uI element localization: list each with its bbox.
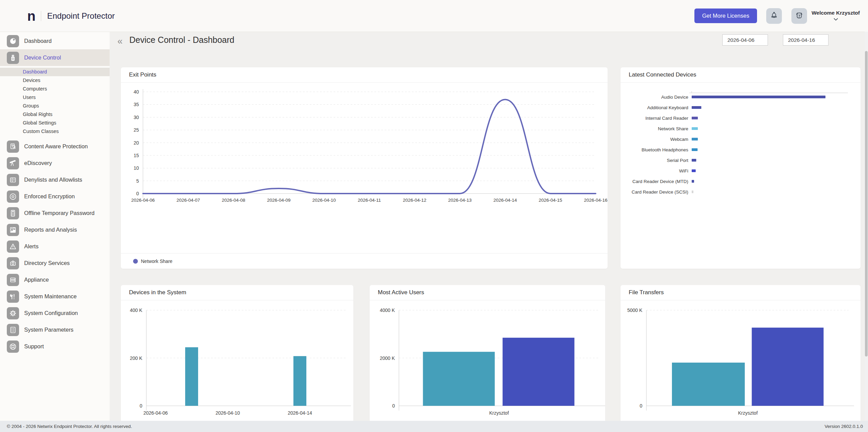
sidebar-subitem-devices[interactable]: Devices bbox=[0, 76, 110, 85]
sidebar-item-label: System Parameters bbox=[24, 327, 74, 333]
svg-text:2026-04-12: 2026-04-12 bbox=[403, 198, 426, 203]
vertical-scrollbar[interactable] bbox=[865, 32, 868, 421]
svg-text:2000 K: 2000 K bbox=[380, 355, 395, 361]
list-icon bbox=[7, 324, 19, 336]
sidebar-item-label: Offline Temporary Password bbox=[24, 210, 95, 216]
sidebar-subitem-dashboard[interactable]: Dashboard bbox=[0, 68, 110, 76]
sidebar-item-offline-temporary-password[interactable]: Offline Temporary Password bbox=[0, 205, 110, 221]
sidebar-subitem-users[interactable]: Users bbox=[0, 93, 110, 102]
svg-text:0: 0 bbox=[640, 403, 642, 409]
life-ring-icon bbox=[7, 340, 19, 353]
svg-text:Serial Port: Serial Port bbox=[667, 158, 688, 163]
svg-text:5000 K: 5000 K bbox=[627, 308, 643, 313]
svg-text:4000 K: 4000 K bbox=[380, 308, 395, 313]
window-list-icon bbox=[7, 174, 19, 186]
sidebar-item-system-maintenance[interactable]: System Maintenance bbox=[0, 288, 110, 305]
sidebar-subitem-global-settings[interactable]: Global Settings bbox=[0, 119, 110, 127]
device-control-submenu: DashboardDevicesComputersUsersGroupsGlob… bbox=[0, 66, 110, 138]
sidebar-item-label: Alerts bbox=[24, 243, 38, 250]
footer: © 2004 - 2026 Netwrix Endpoint Protector… bbox=[0, 421, 868, 432]
exit-points-panel: Exit Points 05101520253035402026-04-0620… bbox=[121, 67, 608, 269]
user-menu[interactable]: Welcome Krzysztof bbox=[811, 10, 860, 22]
version-text: Version 2602.0.1.0 bbox=[824, 424, 863, 429]
svg-text:2026-04-13: 2026-04-13 bbox=[448, 198, 471, 203]
sidebar-item-system-configuration[interactable]: System Configuration bbox=[0, 305, 110, 321]
svg-text:25: 25 bbox=[133, 127, 139, 133]
svg-text:2026-04-06: 2026-04-06 bbox=[131, 198, 155, 203]
svg-text:200 K: 200 K bbox=[130, 355, 142, 361]
sidebar-item-denylists-and-allowlists[interactable]: Denylists and Allowlists bbox=[0, 171, 110, 188]
sidebar-item-device-control[interactable]: Device Control bbox=[0, 49, 110, 66]
sidebar: DashboardDevice ControlDashboardDevicesC… bbox=[0, 32, 110, 421]
sidebar-item-directory-services[interactable]: Directory Services bbox=[0, 255, 110, 271]
most-active-users-chart: 02000 K4000 KKrzysztof bbox=[370, 300, 605, 423]
sidebar-item-label: Denylists and Allowlists bbox=[24, 177, 82, 183]
sidebar-subitem-custom-classes[interactable]: Custom Classes bbox=[0, 127, 110, 136]
svg-text:2026-04-14: 2026-04-14 bbox=[288, 410, 312, 416]
sidebar-item-label: Enforced Encryption bbox=[24, 193, 75, 200]
svg-text:0: 0 bbox=[392, 403, 395, 409]
user-face-icon bbox=[794, 11, 804, 21]
sidebar-subitem-computers[interactable]: Computers bbox=[0, 85, 110, 93]
user-menu-button[interactable] bbox=[791, 8, 807, 24]
sidebar-item-content-aware-protection[interactable]: Content Aware Protection bbox=[0, 138, 110, 155]
brand: n Endpoint Protector bbox=[27, 11, 115, 21]
sidebar-item-label: Reports and Analysis bbox=[24, 227, 77, 233]
sidebar-item-support[interactable]: Support bbox=[0, 338, 110, 355]
brand-name: Endpoint Protector bbox=[47, 11, 115, 21]
get-more-licenses-button[interactable]: Get More Licenses bbox=[694, 9, 757, 23]
tools-icon bbox=[7, 290, 19, 303]
date-from-input[interactable] bbox=[722, 34, 768, 46]
collapse-page-chevron[interactable]: « bbox=[117, 36, 123, 47]
file-transfers-chart: 05000 KKrzysztof bbox=[621, 300, 861, 423]
sidebar-item-system-parameters[interactable]: System Parameters bbox=[0, 321, 110, 338]
sidebar-item-enforced-encryption[interactable]: Enforced Encryption bbox=[0, 188, 110, 205]
sidebar-subitem-groups[interactable]: Groups bbox=[0, 102, 110, 110]
svg-text:Internal Card Reader: Internal Card Reader bbox=[645, 116, 689, 121]
most-active-users-title: Most Active Users bbox=[370, 285, 605, 300]
notifications-button[interactable] bbox=[766, 8, 782, 24]
scrollbar-thumb[interactable] bbox=[865, 51, 868, 356]
document-search-icon bbox=[7, 140, 19, 153]
sidebar-item-appliance[interactable]: Appliance bbox=[0, 271, 110, 288]
date-to-input[interactable] bbox=[783, 34, 829, 46]
sidebar-item-label: Directory Services bbox=[24, 260, 70, 266]
pie-chart-icon bbox=[7, 35, 19, 47]
sidebar-item-alerts[interactable]: Alerts bbox=[0, 238, 110, 255]
sidebar-item-label: System Configuration bbox=[24, 310, 78, 316]
latest-connected-devices-chart: Audio DeviceAdditional KeyboardInternal … bbox=[621, 83, 861, 253]
page-title: Device Control - Dashboard bbox=[129, 35, 234, 45]
devices-in-system-panel: Devices in the System 0200 K400 K2026-04… bbox=[121, 285, 353, 428]
sidebar-item-label: Dashboard bbox=[24, 38, 52, 44]
exit-points-chart: 05101520253035402026-04-062026-04-072026… bbox=[121, 83, 608, 253]
file-transfers-title: File Transfers bbox=[621, 285, 861, 300]
sidebar-subitem-global-rights[interactable]: Global Rights bbox=[0, 110, 110, 119]
most-active-users-panel: Most Active Users 02000 K4000 KKrzysztof bbox=[370, 285, 605, 428]
chevron-down-icon bbox=[834, 16, 838, 22]
svg-text:Card Reader Device (MTD): Card Reader Device (MTD) bbox=[632, 179, 688, 184]
sidebar-item-ediscovery[interactable]: eDiscovery bbox=[0, 155, 110, 171]
keypad-icon bbox=[7, 207, 19, 219]
svg-text:2026-04-07: 2026-04-07 bbox=[176, 198, 200, 203]
devices-in-system-chart: 0200 K400 K2026-04-062026-04-102026-04-1… bbox=[121, 300, 353, 423]
legend-label: Network Share bbox=[141, 259, 173, 264]
svg-text:Card Reader Device (SCSI): Card Reader Device (SCSI) bbox=[631, 189, 688, 195]
area-chart-icon bbox=[7, 224, 19, 236]
sidebar-item-label: Support bbox=[24, 343, 44, 350]
svg-text:5: 5 bbox=[136, 178, 139, 184]
devices-in-system-title: Devices in the System bbox=[121, 285, 353, 300]
svg-text:Audio Device: Audio Device bbox=[661, 95, 688, 100]
briefcase-sync-icon bbox=[7, 257, 19, 269]
sidebar-item-dashboard[interactable]: Dashboard bbox=[0, 33, 110, 49]
svg-text:2026-04-08: 2026-04-08 bbox=[222, 198, 245, 203]
svg-text:2026-04-15: 2026-04-15 bbox=[539, 198, 562, 203]
svg-text:Bluetooth Headphones: Bluetooth Headphones bbox=[642, 147, 689, 152]
legend-dot bbox=[133, 259, 138, 264]
exit-points-legend: Network Share bbox=[121, 253, 608, 269]
svg-text:2026-04-10: 2026-04-10 bbox=[215, 410, 240, 416]
sidebar-item-reports-and-analysis[interactable]: Reports and Analysis bbox=[0, 221, 110, 238]
svg-text:2026-04-09: 2026-04-09 bbox=[267, 198, 290, 203]
svg-text:WiFi: WiFi bbox=[679, 168, 688, 173]
svg-text:20: 20 bbox=[133, 140, 139, 146]
cd-disc-icon bbox=[7, 190, 19, 203]
